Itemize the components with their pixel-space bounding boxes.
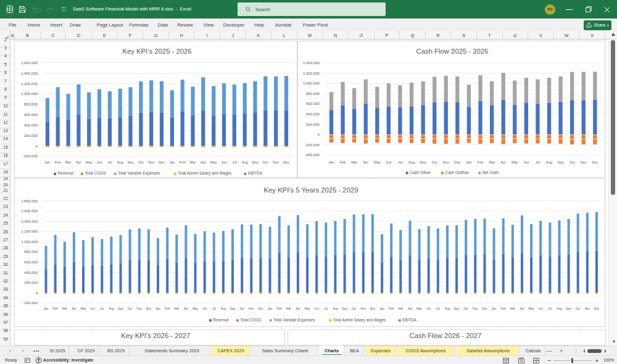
svg-text:Jun: Jun [426, 307, 431, 310]
svg-text:Jul: Jul [324, 307, 328, 310]
svg-text:Jan: Jan [491, 307, 496, 310]
svg-text:Jun: Jun [202, 307, 207, 310]
svg-text:May: May [80, 307, 86, 310]
svg-text:Total Variable Expenses: Total Variable Expenses [273, 317, 315, 322]
svg-text:Jan: Jan [155, 307, 160, 310]
svg-text:Aug: Aug [241, 160, 247, 164]
svg-text:Mar: Mar [489, 160, 495, 164]
svg-text:Total Variable Expenses: Total Variable Expenses [118, 171, 160, 176]
svg-text:Aug: Aug [557, 307, 562, 310]
svg-text:May: May [85, 160, 92, 164]
svg-text:Feb: Feb [340, 160, 346, 164]
svg-text:Jan: Jan [328, 160, 334, 164]
svg-text:Sep: Sep [342, 307, 347, 310]
svg-text:EBITDA: EBITDA [402, 317, 417, 321]
svg-text:Jan: Jan [267, 307, 272, 310]
svg-text:Oct: Oct [432, 160, 437, 164]
svg-text:Feb: Feb [478, 160, 484, 164]
svg-text:Sep: Sep [420, 160, 426, 164]
svg-text:May: May [210, 160, 217, 164]
svg-text:Nov: Nov [148, 160, 154, 164]
svg-text:Sep: Sep [230, 307, 235, 310]
svg-text:Dec: Dec [370, 307, 375, 310]
svg-text:Jun: Jun [90, 307, 95, 310]
svg-text:Oct: Oct [239, 307, 244, 310]
svg-text:EBITDA: EBITDA [247, 171, 262, 175]
svg-text:Jan: Jan [44, 160, 50, 164]
svg-text:Jun: Jun [314, 307, 319, 310]
svg-text:-400,000: -400,000 [305, 152, 320, 157]
svg-text:May: May [304, 307, 310, 310]
svg-text:May: May [511, 160, 518, 164]
svg-text:Dec: Dec [158, 160, 164, 164]
svg-text:200,000: 200,000 [306, 122, 320, 126]
svg-text:Aug: Aug [333, 307, 338, 310]
svg-text:May: May [416, 307, 423, 310]
svg-text:Apr: Apr [520, 307, 524, 310]
svg-text:1,600,000: 1,600,000 [21, 209, 38, 213]
svg-text:Aug: Aug [546, 160, 552, 164]
svg-text:Cash Flow 2025 - 2026: Cash Flow 2025 - 2026 [416, 48, 489, 55]
svg-text:Jul: Jul [398, 160, 402, 164]
svg-text:0: 0 [35, 291, 38, 294]
svg-text:Jul: Jul [548, 307, 552, 310]
svg-text:May: May [528, 307, 534, 310]
svg-text:Feb: Feb [276, 307, 282, 310]
svg-text:Total COGS: Total COGS [85, 171, 106, 175]
svg-text:Cash Inflow: Cash Inflow [410, 170, 431, 175]
svg-text:0: 0 [318, 132, 320, 136]
svg-text:1,000,000: 1,000,000 [21, 239, 38, 243]
svg-text:Aug: Aug [220, 307, 226, 310]
svg-text:Jun: Jun [523, 160, 529, 164]
svg-text:Feb: Feb [54, 160, 60, 164]
svg-text:Oct: Oct [575, 307, 580, 310]
svg-text:600,000: 600,000 [306, 101, 320, 105]
svg-text:Jul: Jul [100, 307, 104, 310]
svg-text:Oct: Oct [463, 307, 468, 310]
svg-text:Total COGS: Total COGS [240, 317, 261, 321]
svg-text:Apr: Apr [183, 307, 188, 310]
svg-text:400,000: 400,000 [23, 123, 38, 127]
svg-text:Total Admin Salary and Wages: Total Admin Salary and Wages [178, 171, 231, 176]
svg-text:May: May [192, 307, 198, 310]
svg-text:Nov: Nov [584, 307, 590, 310]
svg-text:Mar: Mar [174, 307, 180, 310]
svg-text:Mar: Mar [62, 307, 67, 310]
svg-text:Dec: Dec [146, 307, 151, 310]
svg-text:-200,000: -200,000 [22, 154, 38, 158]
svg-text:1,000,000: 1,000,000 [303, 81, 320, 85]
svg-text:Dec: Dec [594, 307, 599, 310]
svg-text:Sep: Sep [252, 160, 258, 164]
svg-text:800,000: 800,000 [24, 250, 38, 254]
svg-text:Apr: Apr [200, 160, 205, 164]
svg-text:Key KPI’s 5 Years 2025 - 2029: Key KPI’s 5 Years 2025 - 2029 [263, 186, 358, 194]
svg-text:200,000: 200,000 [23, 133, 38, 138]
svg-text:Jul: Jul [436, 307, 439, 310]
svg-text:400,000: 400,000 [306, 112, 320, 116]
svg-text:Cash Outflow: Cash Outflow [445, 170, 469, 175]
svg-text:Jan: Jan [43, 307, 48, 310]
svg-text:-200,000: -200,000 [305, 143, 320, 147]
svg-text:Sep: Sep [118, 307, 123, 310]
svg-text:Key KPI’s 2025 - 2026: Key KPI’s 2025 - 2026 [122, 48, 191, 55]
svg-text:Dec: Dec [283, 160, 289, 164]
svg-text:Oct: Oct [569, 160, 575, 164]
svg-text:Net Cash: Net Cash [482, 170, 499, 175]
svg-text:Jul: Jul [536, 160, 540, 164]
svg-text:Mar: Mar [286, 307, 291, 310]
svg-text:Feb: Feb [389, 307, 394, 310]
svg-text:Sep: Sep [558, 160, 564, 164]
svg-text:Jan: Jan [466, 160, 471, 164]
svg-text:800,000: 800,000 [306, 91, 320, 96]
svg-text:1,200,000: 1,200,000 [21, 230, 38, 233]
svg-text:Sep: Sep [566, 307, 571, 310]
svg-text:Oct: Oct [127, 307, 132, 310]
svg-text:1,000,000: 1,000,000 [20, 91, 38, 96]
svg-text:Apr: Apr [72, 307, 77, 310]
svg-text:Mar: Mar [65, 160, 71, 164]
svg-text:600,000: 600,000 [24, 260, 38, 263]
svg-text:Dec: Dec [592, 160, 598, 164]
svg-text:Oct: Oct [351, 307, 356, 310]
svg-text:1,800,000: 1,800,000 [21, 199, 38, 202]
svg-text:Aug: Aug [408, 160, 415, 164]
